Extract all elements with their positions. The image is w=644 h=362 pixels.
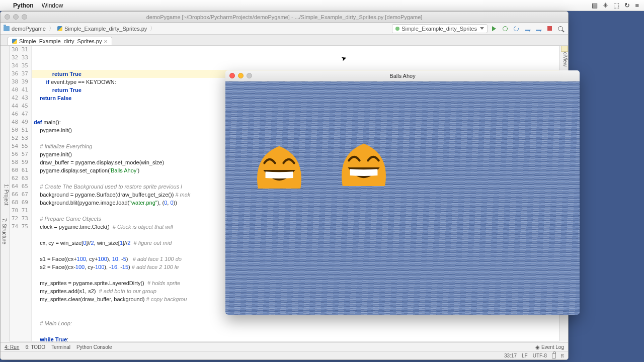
- bottom-tool-tabs: 4: Run 6: TODO Terminal Python Console ◉…: [1, 342, 568, 351]
- breadcrumb-file[interactable]: Simple_Example_dirty_Sprites.py: [64, 26, 147, 32]
- pycharm-window: demoPygame [~/Dropbox/PycharmProjects/de…: [0, 11, 569, 360]
- step-button[interactable]: [523, 24, 532, 33]
- status-icon[interactable]: ↻: [624, 2, 630, 9]
- macos-menubar: Python Window ▤ ✳ ⬚ ↻ ≡: [0, 0, 644, 11]
- status-icon[interactable]: ✳: [603, 2, 608, 9]
- bug-icon: [503, 26, 508, 31]
- search-everywhere-button[interactable]: [556, 24, 565, 33]
- file-encoding[interactable]: UTF-8: [533, 353, 547, 358]
- line-number-gutter[interactable]: 30 31 32 33 34 35 36 37 38 39 40 41 42 4…: [10, 46, 32, 341]
- run-button[interactable]: [490, 24, 499, 33]
- run-tool-tab[interactable]: 4: Run: [5, 344, 19, 350]
- breadcrumb-sep: 〉: [49, 25, 54, 32]
- python-console-tool-tab[interactable]: Python Console: [76, 344, 112, 350]
- status-bar: 33:17 LF UTF-8 ⎘: [1, 351, 568, 359]
- zoom-icon[interactable]: [22, 14, 27, 20]
- window-controls: [5, 14, 27, 20]
- status-icon[interactable]: ▤: [592, 2, 598, 9]
- python-file-icon: [12, 39, 17, 44]
- python-file-icon: [57, 26, 62, 31]
- breadcrumb[interactable]: demoPygame 〉 Simple_Example_dirty_Sprite…: [4, 25, 156, 32]
- editor-tabs: Simple_Example_dirty_Sprites.py ✕: [1, 35, 568, 46]
- breadcrumb-project[interactable]: demoPygame: [12, 26, 46, 32]
- app-menu[interactable]: Python: [13, 2, 34, 9]
- todo-tool-tab[interactable]: 6: TODO: [25, 344, 45, 350]
- folder-icon: [4, 26, 10, 31]
- status-icon[interactable]: ⬚: [613, 2, 619, 9]
- window-menu[interactable]: Window: [42, 2, 63, 9]
- step-over-icon: [525, 27, 530, 31]
- search-icon: [558, 26, 563, 31]
- readonly-lock-icon[interactable]: [552, 353, 556, 358]
- editor-tab[interactable]: Simple_Example_dirty_Sprites.py ✕: [8, 37, 112, 45]
- window-titlebar[interactable]: demoPygame [~/Dropbox/PycharmProjects/de…: [1, 12, 568, 23]
- project-tool-tab[interactable]: 1: Project: [4, 184, 9, 205]
- step-button[interactable]: [534, 24, 543, 33]
- reload-icon: [513, 25, 520, 32]
- play-icon: [492, 26, 496, 31]
- minimize-icon[interactable]: [13, 14, 19, 20]
- step-into-icon: [536, 27, 541, 31]
- run-config-name: Simple_Example_dirty_Sprites: [401, 26, 477, 32]
- event-log-tab[interactable]: ◉ Event Log: [535, 344, 564, 350]
- breadcrumb-sep: 〉: [150, 25, 155, 32]
- code-editor[interactable]: return True if event.type == KEYDOWN: re…: [32, 46, 559, 341]
- terminal-tool-tab[interactable]: Terminal: [51, 344, 70, 350]
- window-title: demoPygame [~/Dropbox/PycharmProjects/de…: [146, 14, 423, 20]
- rerun-button[interactable]: [512, 24, 521, 33]
- menubar-status-icons: ▤ ✳ ⬚ ↻ ≡: [592, 2, 639, 9]
- status-icon[interactable]: ≡: [635, 2, 639, 9]
- chevron-down-icon: [480, 27, 484, 30]
- stop-icon: [547, 26, 552, 31]
- debug-button[interactable]: [501, 24, 510, 33]
- line-separator[interactable]: LF: [522, 353, 528, 358]
- structure-tool-tab[interactable]: 7: Structure: [1, 216, 8, 246]
- close-tab-icon[interactable]: ✕: [104, 39, 108, 44]
- caret-position[interactable]: 33:17: [504, 353, 517, 358]
- run-config-icon: [395, 27, 399, 31]
- inspection-marker[interactable]: [561, 46, 568, 52]
- tab-filename: Simple_Example_dirty_Sprites.py: [19, 38, 102, 44]
- context-icon[interactable]: ⎘: [561, 353, 564, 358]
- close-icon[interactable]: [5, 14, 10, 20]
- run-config-selector[interactable]: Simple_Example_dirty_Sprites: [392, 24, 488, 33]
- stop-button[interactable]: [545, 24, 554, 33]
- left-tool-strip[interactable]: 1: Project: [1, 46, 10, 341]
- navigation-bar: demoPygame 〉 Simple_Example_dirty_Sprite…: [1, 23, 568, 35]
